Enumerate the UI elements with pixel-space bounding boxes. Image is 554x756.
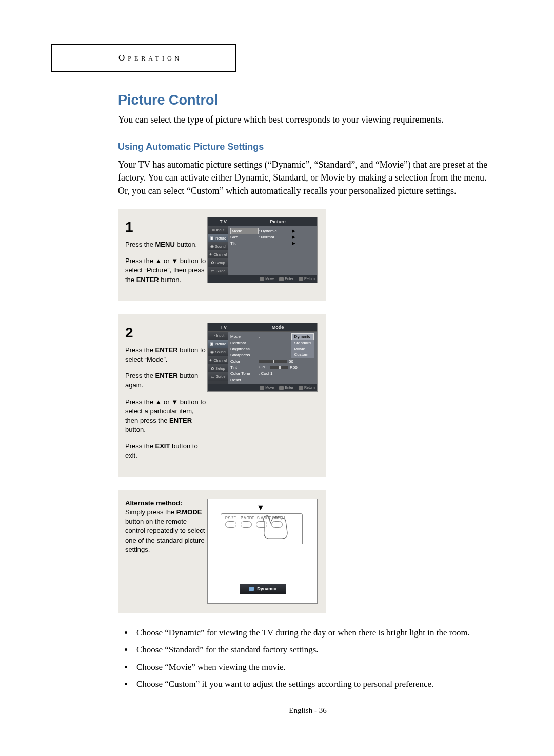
step-1-osd: T V Picture ⇨Input ▣Picture ◉Sound ✦Chan…	[207, 217, 318, 283]
mode-badge-label: Dynamic	[257, 586, 276, 592]
osd-foot-move: Move	[260, 276, 274, 282]
osd-side-input: ⇨Input	[208, 226, 228, 234]
osd2-sidebar: ⇨Input ▣Picture ◉Sound ✦Channel ✿Setup ▭…	[208, 332, 228, 384]
osd-main: Mode: Dynamic▶ Size: Normal▶ Tilt▶	[228, 226, 317, 275]
remote-btn-pmode	[241, 521, 252, 528]
popup-dynamic: Dynamic	[291, 333, 314, 340]
step-1-p1: Press the MENU button.	[125, 240, 207, 249]
step-2-text: 2 Press the ENTER button to select “Mode…	[125, 323, 207, 468]
osd-side-guide: ▭Guide	[208, 267, 228, 275]
alt-method-text: Alternate method: Simply press the P.MOD…	[125, 499, 207, 562]
page-footer: English - 36	[118, 706, 498, 715]
intro-text: You can select the type of picture which…	[118, 113, 498, 126]
bullet-list: Choose “Dynamic” for viewing the TV duri…	[133, 626, 498, 691]
popup-movie: Movie	[291, 346, 314, 352]
osd-sidebar: ⇨Input ▣Picture ◉Sound ✦Channel ✿Setup ▭…	[208, 226, 228, 275]
remote-label-psize: P.SIZE	[225, 515, 236, 521]
remote-label-pmode: P.MODE	[241, 515, 254, 521]
alt-method-box: Alternate method: Simply press the P.MOD…	[118, 490, 326, 613]
osd2-main: Dynamic Standard Movie Custom Mode: Cont…	[228, 332, 317, 384]
osd-top-left: T V	[208, 217, 239, 226]
osd-foot-enter: Enter	[279, 276, 293, 282]
hand-icon	[259, 512, 295, 540]
remote-btn-psize	[225, 521, 236, 528]
step-1-p2: Press the ▲ or ▼ button to select “Pictu…	[125, 256, 207, 285]
step-1-text: 1 Press the MENU button. Press the ▲ or …	[125, 217, 207, 292]
step-2-osd: T V Mode ⇨Input ▣Picture ◉Sound ✦Channel…	[207, 323, 318, 392]
osd-row-mode: Mode: Dynamic▶	[230, 228, 315, 234]
osd-row-tilt: Tilt▶	[230, 240, 315, 246]
remote-illustration: ▼ P.SIZE P.MODE S.MODE FAV.CH	[207, 499, 318, 604]
osd-side-picture: ▣Picture	[208, 234, 228, 243]
step-1-number: 1	[125, 217, 207, 237]
page-content: Picture Control You can select the type …	[0, 0, 554, 735]
body-paragraph: Your TV has automatic picture settings (…	[118, 158, 498, 197]
osd2-title: Mode	[239, 323, 317, 332]
osd-mode-menu: T V Mode ⇨Input ▣Picture ◉Sound ✦Channel…	[207, 323, 318, 392]
osd2-footer: Move Enter Return	[208, 384, 317, 391]
alt-method-illustration: ▼ P.SIZE P.MODE S.MODE FAV.CH	[207, 499, 318, 604]
popup-standard: Standard	[291, 340, 314, 346]
osd-title: Picture	[239, 217, 317, 226]
popup-custom: Custom	[291, 352, 314, 357]
osd2-top-left: T V	[208, 323, 239, 332]
osd-side-sound: ◉Sound	[208, 243, 228, 251]
step-2-p1: Press the ENTER button to select “Mode”.	[125, 346, 207, 364]
osd-footer: Move Enter Return	[208, 275, 317, 283]
mode-badge: Dynamic	[240, 584, 286, 594]
subheading: Using Automatic Picture Settings	[118, 142, 498, 152]
alt-method-p: Alternate method: Simply press the P.MOD…	[125, 499, 207, 554]
step-1-box: 1 Press the MENU button. Press the ▲ or …	[118, 209, 326, 301]
osd-picture-menu: T V Picture ⇨Input ▣Picture ◉Sound ✦Chan…	[207, 217, 318, 283]
osd-row-size: Size: Normal▶	[230, 234, 315, 240]
step-2-box: 2 Press the ENTER button to select “Mode…	[118, 314, 326, 477]
step-2-number: 2	[125, 323, 207, 343]
section-header: Operation	[118, 53, 182, 63]
mode-popup: Dynamic Standard Movie Custom	[291, 333, 314, 358]
section-header-box: Operation	[51, 44, 236, 72]
osd-side-channel: ✦Channel	[208, 251, 228, 259]
osd-side-setup: ✿Setup	[208, 259, 228, 267]
step-2-p2: Press the ENTER button again.	[125, 371, 207, 390]
step-2-p4: Press the EXIT button to exit.	[125, 442, 207, 460]
osd-foot-return: Return	[299, 276, 315, 282]
page-title: Picture Control	[118, 92, 498, 108]
bullet-standard: Choose “Standard” for the standard facto…	[133, 643, 498, 656]
bullet-dynamic: Choose “Dynamic” for viewing the TV duri…	[133, 626, 498, 640]
bullet-movie: Choose “Movie” when viewing the movie.	[133, 661, 498, 674]
step-2-p3: Press the ▲ or ▼ button to select a part…	[125, 397, 207, 435]
bullet-custom: Choose “Custom” if you want to adjust th…	[133, 678, 498, 691]
